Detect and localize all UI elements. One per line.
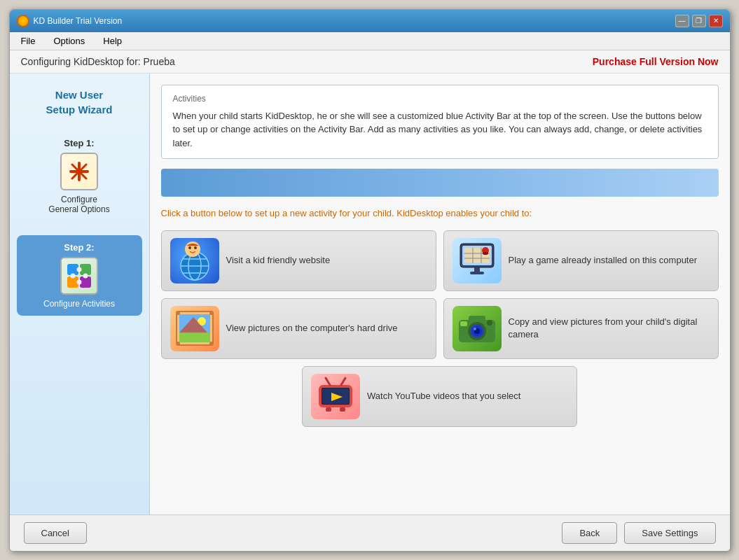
svg-point-47 (474, 328, 476, 330)
main-window: KD Builder Trial Version — ❐ ✕ File Opti… (9, 9, 731, 552)
svg-point-39 (209, 311, 214, 315)
activity-bar-preview (161, 169, 719, 197)
camera-icon (453, 306, 502, 351)
youtube-label: Watch YouTube videos that you select (367, 390, 520, 402)
svg-rect-36 (179, 332, 210, 342)
title-bar: KD Builder Trial Version — ❐ ✕ (10, 10, 730, 32)
content-area: Activities When your child starts KidDes… (150, 74, 730, 514)
svg-rect-49 (460, 321, 467, 326)
game-label: Play a game already installed on this co… (509, 254, 698, 267)
svg-rect-30 (474, 267, 480, 272)
menu-file[interactable]: File (15, 34, 41, 48)
svg-point-41 (209, 342, 214, 346)
app-icon (17, 15, 29, 27)
step1-label: Step 1: (64, 138, 94, 148)
svg-line-56 (326, 378, 330, 385)
activities-box: Activities When your child starts KidDes… (161, 85, 719, 160)
camera-label: Copy and view pictures from your child's… (509, 316, 710, 341)
sidebar: New User Setup Wizard Step 1: Configure … (10, 74, 150, 514)
svg-line-57 (341, 378, 345, 385)
svg-point-29 (483, 252, 488, 255)
footer-center: Back Save Settings (562, 522, 715, 544)
website-label: Visit a kid friendly website (226, 254, 331, 267)
save-settings-button[interactable]: Save Settings (624, 522, 715, 544)
activity-pictures-button[interactable]: View pictures on the computer's hard dri… (161, 298, 436, 359)
step2-description: Configure Activities (43, 299, 115, 309)
menu-options[interactable]: Options (48, 34, 90, 48)
svg-rect-54 (326, 407, 331, 412)
pictures-label: View pictures on the computer's hard dri… (226, 322, 398, 335)
activities-grid: Visit a kid friendly website (161, 230, 719, 359)
title-bar-left: KD Builder Trial Version (17, 15, 123, 27)
step2-container: Step 2: Configure Activities (17, 235, 142, 316)
step1-icon (60, 153, 98, 190)
footer: Cancel Back Save Settings (10, 514, 730, 551)
game-icon (453, 238, 502, 284)
svg-point-10 (83, 273, 88, 278)
svg-point-9 (71, 273, 76, 278)
activities-title: Activities (173, 94, 707, 104)
svg-rect-55 (340, 407, 345, 412)
step2-label: Step 2: (64, 242, 94, 253)
website-icon (170, 238, 219, 284)
menu-bar: File Options Help (10, 32, 730, 50)
svg-point-11 (77, 279, 82, 284)
youtube-row: Watch YouTube videos that you select (161, 366, 719, 427)
step1-description: Configure General Options (48, 195, 109, 214)
pictures-icon (170, 306, 219, 351)
svg-point-19 (188, 246, 191, 249)
svg-point-40 (176, 342, 180, 346)
svg-point-38 (176, 311, 180, 315)
step2-icon (60, 257, 98, 295)
svg-rect-48 (469, 316, 485, 321)
header-bar: Configuring KidDesktop for: Prueba Purch… (10, 50, 730, 74)
activity-website-button[interactable]: Visit a kid friendly website (161, 230, 436, 291)
config-label: Configuring KidDesktop for: Prueba (21, 56, 175, 67)
activity-youtube-button[interactable]: Watch YouTube videos that you select (302, 366, 577, 427)
back-button[interactable]: Back (562, 522, 617, 544)
activity-game-button[interactable]: Play a game already installed on this co… (443, 230, 719, 291)
window-title: KD Builder Trial Version (34, 16, 123, 26)
youtube-icon (311, 374, 360, 419)
svg-point-8 (77, 267, 82, 272)
svg-point-50 (487, 320, 492, 326)
click-instructions: Click a button below to set up a new act… (161, 206, 719, 220)
svg-rect-31 (470, 272, 484, 274)
svg-point-20 (194, 246, 197, 249)
maximize-button[interactable]: ❐ (692, 15, 706, 27)
cancel-button[interactable]: Cancel (24, 522, 87, 544)
activities-description: When your child starts KidDesktop, he or… (173, 109, 707, 150)
purchase-link[interactable]: Purchase Full Version Now (593, 56, 719, 67)
minimize-button[interactable]: — (675, 15, 689, 27)
menu-help[interactable]: Help (97, 34, 127, 48)
window-controls: — ❐ ✕ (675, 15, 723, 27)
step1-container: Step 1: Configure General Options (17, 138, 142, 214)
main-content: New User Setup Wizard Step 1: Configure … (10, 74, 730, 514)
close-button[interactable]: ✕ (709, 15, 723, 27)
activity-camera-button[interactable]: Copy and view pictures from your child's… (443, 298, 719, 359)
wizard-title: New User Setup Wizard (17, 88, 142, 117)
